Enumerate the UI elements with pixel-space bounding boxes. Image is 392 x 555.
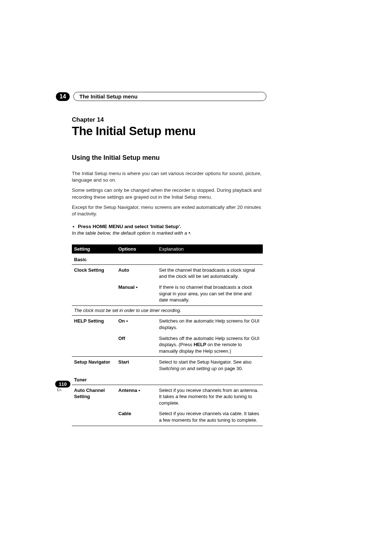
table-section-tuner: Tuner [72,374,263,385]
cell-option: Antenna • [116,385,157,408]
cell-option: Cable [116,408,157,425]
page-number-badge: 110 [55,381,70,388]
th-setting: Setting [72,244,116,254]
table-note: In the table below, the default option i… [72,230,266,236]
cell-setting: Setup Navigator [72,357,116,374]
settings-table: Setting Options Explanation Basic Clock … [72,244,263,426]
chapter-number-badge: 14 [56,92,70,101]
exp-italic: Switching on and setting up [159,366,217,371]
cell-option: On • [116,316,157,333]
cell-explanation: Select if you receive channels from an a… [157,385,263,408]
exp-post: on page 30. [217,366,243,371]
table-row: Manual • If there is no channel that bro… [72,282,263,305]
paragraph-1: The Initial Setup menu is where you can … [72,170,266,183]
page-content: 14 The Initial Setup menu Chapter 14 The… [56,92,266,426]
cell-note: The clock must be set in order to use ti… [72,305,263,316]
cell-explanation: Select if you receive channels via cable… [157,408,263,425]
cell-option: Manual • [116,282,157,305]
table-row: Off Switches off the automatic Help scre… [72,333,263,357]
table-inline-note: The clock must be set in order to use ti… [72,305,263,316]
table-header-row: Setting Options Explanation [72,244,263,254]
chapter-header-pill: The Initial Setup menu [73,92,266,101]
th-options: Options [116,244,157,254]
chapter-label: Chapter 14 [72,116,266,123]
cell-explanation: Switches off the automatic Help screens … [157,333,263,357]
language-label: En [57,388,61,392]
instruction-bullet: Press HOME MENU and select 'Initial Setu… [78,224,266,229]
chapter-header: 14 The Initial Setup menu [56,92,266,101]
th-explanation: Explanation [157,244,263,254]
cell-explanation: Select to start the Setup Navigator. See… [157,357,263,374]
separator [72,426,263,426]
table-row: HELP Setting On • Switches on the automa… [72,316,263,333]
cell-setting: HELP Setting [72,316,116,333]
cell-option: Auto [116,264,157,282]
cell-setting-empty [72,282,116,305]
exp-bold: HELP [193,342,206,347]
section-label-basic: Basic [72,254,263,264]
cell-explanation: Switches on the automatic Help screens f… [157,316,263,333]
table-row: Setup Navigator Start Select to start th… [72,357,263,374]
cell-option: Start [116,357,157,374]
table-row: Cable Select if you receive channels via… [72,408,263,425]
section-heading: Using the Initial Setup menu [72,154,266,162]
chapter-title: The Initial Setup menu [72,124,266,138]
cell-setting-empty [72,408,116,425]
section-label-tuner: Tuner [72,374,263,385]
cell-setting: Auto Channel Setting [72,385,116,408]
exp-pre: Select to start the Setup Navigator. See… [159,359,252,365]
cell-explanation: Set the channel that broadcasts a clock … [157,264,263,282]
table-row: Clock Setting Auto Set the channel that … [72,264,263,282]
table-section-basic: Basic [72,254,263,264]
instruction-text: Press HOME MENU and select 'Initial Setu… [78,224,266,229]
cell-option: Off [116,333,157,357]
cell-explanation: If there is no channel that broadcasts a… [157,282,263,305]
cell-setting-empty [72,333,116,357]
table-row: Auto Channel Setting Antenna • Select if… [72,385,263,408]
cell-setting: Clock Setting [72,264,116,282]
paragraph-2: Some settings can only be changed when t… [72,187,266,200]
paragraph-3: Except for the Setup Navigator, menu scr… [72,204,266,217]
